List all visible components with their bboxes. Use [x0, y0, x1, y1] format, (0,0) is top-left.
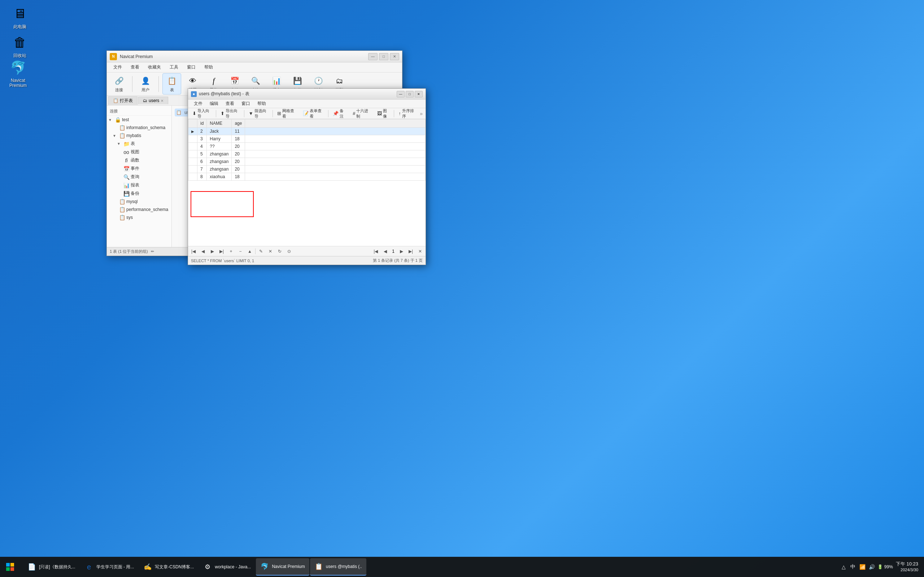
cell-age-3[interactable]: 18	[232, 135, 245, 143]
tree-item-info-schema[interactable]: 📋 information_schema	[107, 124, 171, 132]
export-wizard-btn[interactable]: ⬆ 导出向导	[218, 107, 242, 120]
tray-speaker-icon[interactable]: 🔊	[868, 563, 875, 571]
nav-edit2-btn[interactable]: ✕	[267, 248, 274, 255]
import-wizard-btn[interactable]: ⬇ 导入向导	[189, 107, 215, 120]
table-row[interactable]: 4 ?? 20	[188, 143, 426, 150]
nav-add-btn[interactable]: +	[227, 248, 235, 255]
nav-next-btn[interactable]: ▶	[208, 248, 216, 255]
nav-refresh-btn[interactable]: ↻	[276, 248, 284, 255]
cell-name-4[interactable]: ??	[207, 143, 232, 150]
taskbar-workplace[interactable]: ⚙ workplace - Java...	[199, 558, 255, 575]
table-row[interactable]: 6 zhangsan 20	[188, 158, 426, 166]
tree-item-backups[interactable]: 💾 备份	[107, 189, 171, 198]
tree-item-queries[interactable]: 🔍 查询	[107, 173, 171, 181]
sort-btn[interactable]: ↑ 升序排序	[396, 107, 419, 120]
hex-btn[interactable]: # 十六进制	[350, 107, 373, 120]
tree-item-mysql[interactable]: 📋 mysql	[107, 198, 171, 206]
table-maximize-btn[interactable]: □	[406, 91, 414, 97]
nav-prev-btn[interactable]: ◀	[199, 248, 207, 255]
nav-prev2-btn[interactable]: ◀	[381, 248, 389, 255]
nav-delete-btn[interactable]: −	[236, 248, 244, 255]
menu-file[interactable]: 文件	[110, 63, 126, 71]
taskbar-users-table[interactable]: 📋 users @mybatis (..	[310, 558, 366, 575]
table-menu-file[interactable]: 文件	[191, 100, 205, 108]
nav-edit1-btn[interactable]: ✎	[257, 248, 265, 255]
desktop-icon-recycle[interactable]: 🗑 回收站	[5, 32, 34, 60]
tree-item-sys[interactable]: 📋 sys	[107, 213, 171, 221]
taskbar-navicat[interactable]: 🐬 Navicat Premium	[256, 558, 309, 575]
cell-age-8[interactable]: 18	[232, 173, 245, 181]
cell-id-7[interactable]: 7	[197, 166, 207, 173]
menu-favorites[interactable]: 收藏夹	[144, 63, 165, 71]
cell-id-3[interactable]: 3	[197, 135, 207, 143]
nav-last-btn[interactable]: ▶|	[218, 248, 226, 255]
table-menu-edit[interactable]: 编辑	[207, 100, 221, 108]
nav-next2-btn[interactable]: ▶	[397, 248, 405, 255]
menu-window[interactable]: 窗口	[183, 63, 199, 71]
table-row[interactable]: 3 Harry 18	[188, 135, 426, 143]
cell-name-3[interactable]: Harry	[207, 135, 232, 143]
toolbar-table-btn[interactable]: 📋 表	[162, 73, 181, 95]
image-btn[interactable]: 🖼 图像	[374, 107, 393, 120]
table-row[interactable]: ▶ 2 Jack 11	[188, 128, 426, 135]
desktop-icon-navicat[interactable]: 🐬 NavicatPremium	[3, 58, 32, 89]
navicat-close-btn[interactable]: ✕	[390, 53, 399, 60]
navicat-maximize-btn[interactable]: □	[379, 53, 388, 60]
table-menu-help[interactable]: 帮助	[254, 100, 269, 108]
cell-age-7[interactable]: 20	[232, 166, 245, 173]
cell-age-2[interactable]: 11	[232, 128, 245, 135]
table-close-btn[interactable]: ✕	[415, 91, 423, 97]
table-menu-window[interactable]: 窗口	[239, 100, 253, 108]
tree-item-tables[interactable]: ▼ 📁 表	[107, 140, 171, 148]
nav-up-btn[interactable]: ▲	[246, 248, 254, 255]
cell-age-5[interactable]: 20	[232, 150, 245, 158]
taskbar-browser1[interactable]: e 学生学习页面 - 用...	[81, 558, 139, 575]
toolbar-expand-icon[interactable]: »	[420, 111, 423, 116]
filter-wizard-btn[interactable]: ▼ 筛选向导	[246, 107, 271, 120]
tray-input-icon[interactable]: 中	[849, 563, 856, 571]
taskbar-filemanager[interactable]: 📄 [只读]《数据持久...	[23, 558, 80, 575]
start-button[interactable]	[0, 557, 20, 577]
table-row[interactable]: 5 zhangsan 20	[188, 150, 426, 158]
tree-item-perf-schema[interactable]: 📋 performance_schema	[107, 206, 171, 213]
cell-id-4[interactable]: 4	[197, 143, 207, 150]
cell-age-4[interactable]: 20	[232, 143, 245, 150]
nav-last2-btn[interactable]: ▶|	[407, 248, 415, 255]
cell-name-7[interactable]: zhangsan	[207, 166, 232, 173]
tree-item-events[interactable]: 📅 事件	[107, 164, 171, 173]
cell-name-6[interactable]: zhangsan	[207, 158, 232, 166]
taskbar-tianyige[interactable]: ✍ 写文章-CSDN博客...	[139, 558, 198, 575]
cell-id-8[interactable]: 8	[197, 173, 207, 181]
users-tab-close[interactable]: ✕	[161, 99, 163, 103]
tray-expand-icon[interactable]: △	[840, 563, 847, 571]
nav-first2-btn[interactable]: |◀	[372, 248, 380, 255]
tree-item-functions[interactable]: fi 函数	[107, 156, 171, 164]
nav-first-btn[interactable]: |◀	[189, 248, 197, 255]
note-btn[interactable]: 📌 备注	[330, 107, 349, 120]
menu-tools[interactable]: 工具	[166, 63, 182, 71]
col-header-age[interactable]: age	[232, 119, 245, 128]
nav-stop-btn[interactable]: ⊙	[285, 248, 293, 255]
tray-clock[interactable]: 下午 10:23 2024/3/30	[896, 561, 918, 573]
tree-item-test[interactable]: ▼ 🔒 test	[107, 116, 171, 124]
toolbar-user-btn[interactable]: 👤 用户	[136, 74, 155, 94]
grid-view-btn[interactable]: ⊞ 网格查看	[274, 107, 299, 120]
tree-item-views[interactable]: oo 视图	[107, 148, 171, 156]
col-header-id[interactable]: id	[197, 119, 207, 128]
tree-item-reports[interactable]: 📊 报表	[107, 181, 171, 189]
cell-name-2[interactable]: Jack	[207, 128, 232, 135]
table-minimize-btn[interactable]: —	[397, 91, 405, 97]
table-menu-view[interactable]: 查看	[223, 100, 237, 108]
cell-age-6[interactable]: 20	[232, 158, 245, 166]
table-row[interactable]: 8 xiaohua 18	[188, 173, 426, 181]
menu-view[interactable]: 查看	[127, 63, 143, 71]
open-table-tab[interactable]: 📋 打开表	[108, 96, 137, 105]
cell-name-8[interactable]: xiaohua	[207, 173, 232, 181]
navicat-minimize-btn[interactable]: —	[368, 53, 378, 60]
toolbar-connect-btn[interactable]: 🔗 连接	[110, 74, 129, 94]
cell-id-6[interactable]: 6	[197, 158, 207, 166]
tray-network-icon[interactable]: 📶	[859, 563, 866, 571]
nav-close-btn[interactable]: ✕	[416, 248, 424, 255]
desktop-icon-computer[interactable]: 🖥 此电脑	[5, 3, 34, 31]
table-row[interactable]: 7 zhangsan 20	[188, 166, 426, 173]
